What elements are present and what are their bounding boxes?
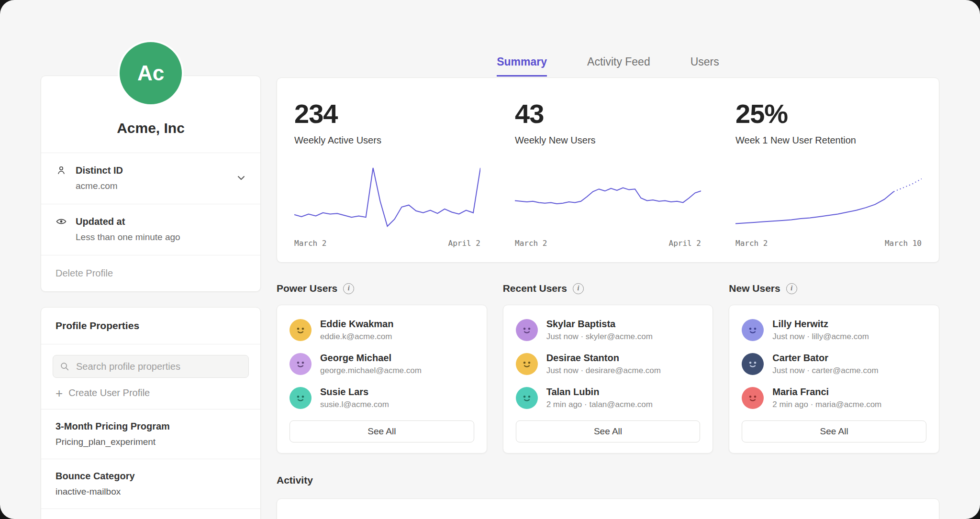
user-name: Maria Franci bbox=[772, 386, 881, 398]
profile-properties-title: Profile Properties bbox=[41, 308, 260, 344]
property-row[interactable]: Browser Chrome bbox=[41, 508, 260, 519]
search-icon bbox=[59, 361, 70, 372]
new-users-card: Lilly Herwitz Just now · lilly@acme.com … bbox=[729, 305, 939, 453]
user-list-item[interactable]: Eddie Kwakman eddie.k@acme.com bbox=[290, 319, 474, 342]
property-value: inactive-mailbox bbox=[56, 486, 246, 497]
chart-axis: March 2 April 2 bbox=[515, 239, 701, 248]
user-name: Susie Lars bbox=[320, 386, 389, 398]
user-detail: Just now · skyler@acme.com bbox=[546, 332, 653, 342]
user-name: Desirae Stanton bbox=[546, 353, 661, 364]
user-name: Lilly Herwitz bbox=[772, 319, 869, 330]
axis-end-label: March 10 bbox=[885, 239, 922, 248]
user-detail: Just now · carter@acme.com bbox=[772, 366, 878, 375]
profile-page: Ac Acme, Inc Distinct ID acme.com bbox=[0, 0, 980, 519]
user-name: Skylar Baptista bbox=[546, 319, 653, 330]
axis-start-label: March 2 bbox=[515, 239, 547, 248]
stat-value: 234 bbox=[294, 98, 480, 129]
user-name: Carter Bator bbox=[772, 353, 878, 364]
updated-at-value: Less than one minute ago bbox=[76, 232, 246, 243]
stat-value: 25% bbox=[735, 98, 922, 129]
delete-profile-button[interactable]: Delete Profile bbox=[41, 255, 260, 291]
axis-start-label: March 2 bbox=[735, 239, 768, 248]
user-detail: 2 min ago · maria@acme.com bbox=[772, 400, 881, 409]
list-title-text: New Users bbox=[729, 283, 780, 294]
stat-label: Week 1 New User Retention bbox=[735, 135, 922, 146]
stat-weekly-active-users: 234 Weekly Active Users March 2 April 2 bbox=[277, 98, 498, 248]
distinct-id-label: Distinct ID bbox=[76, 165, 123, 176]
user-detail: susie.l@acme.com bbox=[320, 400, 389, 409]
tab-summary[interactable]: Summary bbox=[497, 55, 547, 77]
user-avatar-icon bbox=[290, 387, 312, 409]
see-all-new-users-button[interactable]: See All bbox=[742, 420, 926, 442]
user-list-item[interactable]: Skylar Baptista Just now · skyler@acme.c… bbox=[516, 319, 701, 342]
tab-bar: Summary Activity Feed Users bbox=[277, 55, 939, 77]
search-profile-properties-input[interactable] bbox=[53, 355, 249, 378]
company-avatar: Ac bbox=[120, 42, 182, 104]
new-users-title: New Users i bbox=[729, 283, 939, 294]
stat-weekly-new-users: 43 Weekly New Users March 2 April 2 bbox=[498, 98, 718, 248]
stat-label: Weekly Active Users bbox=[294, 135, 480, 146]
property-row[interactable]: Bounce Category inactive-mailbox bbox=[41, 459, 260, 508]
user-list-item[interactable]: Talan Lubin 2 min ago · talan@acme.com bbox=[516, 386, 701, 409]
divider bbox=[41, 344, 260, 344]
distinct-id-row: Distinct ID acme.com bbox=[41, 153, 260, 204]
user-list-item[interactable]: George Michael george.michael@acme.com bbox=[290, 353, 474, 375]
chart-axis: March 2 March 10 bbox=[735, 239, 922, 248]
chart-axis: March 2 April 2 bbox=[294, 239, 480, 248]
axis-end-label: April 2 bbox=[448, 239, 480, 248]
profile-properties-card: Profile Properties + Create User Profile… bbox=[41, 307, 261, 519]
property-name: Bounce Category bbox=[56, 471, 246, 482]
user-avatar-icon bbox=[290, 353, 312, 375]
user-detail: Just now · lilly@acme.com bbox=[772, 332, 869, 342]
activity-stats-card: 234 240 3.4k bbox=[277, 498, 939, 519]
distinct-id-value: acme.com bbox=[76, 181, 246, 191]
profile-card: Acme, Inc Distinct ID acme.com bbox=[41, 76, 261, 292]
user-lists-titles: Power Users i Recent Users i New Users i bbox=[277, 283, 939, 294]
info-icon[interactable]: i bbox=[786, 283, 797, 294]
axis-start-label: March 2 bbox=[294, 239, 326, 248]
see-all-power-users-button[interactable]: See All bbox=[290, 420, 474, 442]
user-avatar-icon bbox=[516, 387, 538, 409]
main-content: Summary Activity Feed Users 234 Weekly A… bbox=[277, 0, 939, 519]
profile-sidebar: Ac Acme, Inc Distinct ID acme.com bbox=[41, 0, 261, 519]
info-icon[interactable]: i bbox=[343, 283, 354, 294]
activity-section-title: Activity bbox=[277, 475, 939, 486]
user-detail: george.michael@acme.com bbox=[320, 366, 422, 375]
summary-stats-card: 234 Weekly Active Users March 2 April 2 … bbox=[277, 77, 939, 263]
create-user-profile-button[interactable]: + Create User Profile bbox=[41, 378, 260, 409]
plus-icon: + bbox=[56, 388, 63, 398]
see-all-recent-users-button[interactable]: See All bbox=[516, 420, 701, 442]
property-row[interactable]: 3-Month Pricing Program Pricing_plan_exp… bbox=[41, 409, 260, 459]
user-avatar-icon bbox=[290, 319, 312, 341]
info-icon[interactable]: i bbox=[573, 283, 584, 294]
property-search bbox=[53, 355, 249, 378]
user-avatar-icon bbox=[742, 319, 764, 341]
weekly-active-users-sparkline bbox=[294, 162, 480, 234]
stat-week1-retention: 25% Week 1 New User Retention March 2 Ma… bbox=[718, 98, 939, 248]
create-user-profile-label: Create User Profile bbox=[68, 387, 150, 398]
chevron-down-icon bbox=[235, 172, 247, 184]
user-list-item[interactable]: Maria Franci 2 min ago · maria@acme.com bbox=[742, 386, 926, 409]
user-avatar-icon bbox=[516, 319, 538, 341]
distinct-id-expand-button[interactable] bbox=[234, 172, 248, 185]
tab-activity-feed[interactable]: Activity Feed bbox=[587, 55, 650, 77]
weekly-new-users-sparkline bbox=[515, 162, 701, 234]
property-name: 3-Month Pricing Program bbox=[56, 421, 246, 432]
user-list-item[interactable]: Desirae Stanton Just now · desirare@acme… bbox=[516, 353, 701, 375]
user-detail: Just now · desirare@acme.com bbox=[546, 366, 661, 375]
user-list-item[interactable]: Susie Lars susie.l@acme.com bbox=[290, 386, 474, 409]
axis-end-label: April 2 bbox=[669, 239, 701, 248]
power-users-card: Eddie Kwakman eddie.k@acme.com George Mi… bbox=[277, 305, 487, 453]
tab-users[interactable]: Users bbox=[690, 55, 719, 77]
user-detail: eddie.k@acme.com bbox=[320, 332, 393, 342]
recent-users-card: Skylar Baptista Just now · skyler@acme.c… bbox=[503, 305, 713, 453]
stat-value: 43 bbox=[515, 98, 701, 129]
user-avatar-icon bbox=[516, 353, 538, 375]
user-list-item[interactable]: Lilly Herwitz Just now · lilly@acme.com bbox=[742, 319, 926, 342]
user-detail: 2 min ago · talan@acme.com bbox=[546, 400, 653, 409]
user-avatar-icon bbox=[742, 387, 764, 409]
user-name: Talan Lubin bbox=[546, 386, 653, 398]
recent-users-title: Recent Users i bbox=[503, 283, 713, 294]
list-title-text: Power Users bbox=[277, 283, 337, 294]
user-list-item[interactable]: Carter Bator Just now · carter@acme.com bbox=[742, 353, 926, 375]
